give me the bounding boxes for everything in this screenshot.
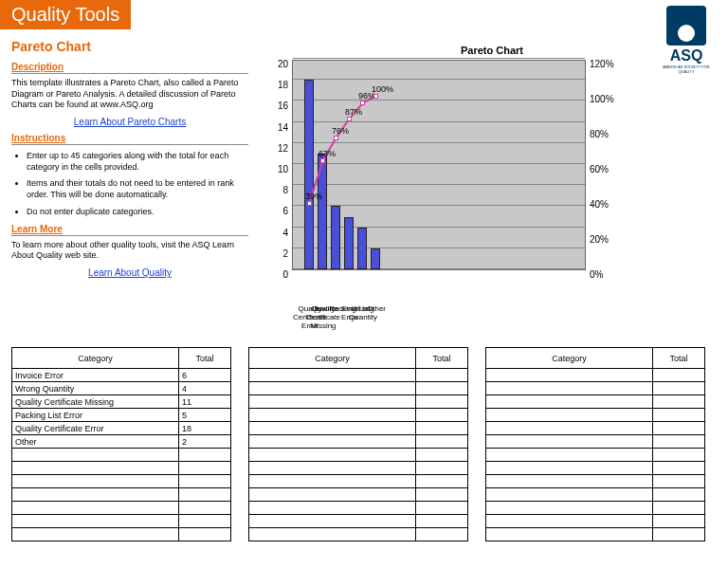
col-total: Total — [653, 348, 705, 369]
x-tick: Other — [353, 305, 400, 314]
banner-title: Quality Tools — [0, 0, 131, 29]
table-row[interactable] — [486, 502, 705, 515]
y-tick: 12 — [267, 144, 288, 165]
bar — [331, 206, 340, 269]
table-row[interactable] — [12, 462, 231, 475]
description-text: This template illustrates a Pareto Chart… — [11, 78, 248, 111]
instructions-list: Enter up to 45 categories along with the… — [11, 151, 248, 217]
y-tick: 14 — [267, 123, 288, 144]
table-row[interactable] — [486, 369, 705, 382]
data-table-2[interactable]: Category Total — [248, 347, 468, 541]
cum-label: 39% — [305, 192, 322, 201]
instruction-item: Items and their totals do not need to be… — [27, 178, 248, 200]
col-total: Total — [416, 348, 468, 369]
learn-more-heading: Learn More — [11, 224, 248, 236]
table-row[interactable] — [486, 462, 705, 475]
table-row[interactable]: Other2 — [12, 435, 231, 449]
table-row[interactable]: Quality Certificate Missing11 — [12, 395, 231, 409]
cum-label: 63% — [318, 149, 336, 158]
cum-label: 76% — [332, 126, 349, 136]
asq-logo: ASQ AMERICAN SOCIETY FOR QUALITY — [660, 6, 713, 74]
table-row[interactable] — [249, 502, 468, 515]
logo-text: ASQ — [660, 47, 713, 64]
y2-tick: 0% — [590, 270, 622, 305]
table-row[interactable] — [486, 528, 705, 541]
logo-subtext: AMERICAN SOCIETY FOR QUALITY — [660, 64, 713, 74]
col-category: Category — [486, 348, 653, 369]
table-row[interactable]: Packing List Error5 — [12, 409, 231, 422]
col-category: Category — [249, 348, 416, 369]
instruction-item: Do not enter duplicate categories. — [27, 207, 248, 218]
learn-pareto-link[interactable]: Learn About Pareto Charts — [11, 117, 248, 127]
table-row[interactable]: Wrong Quantity4 — [12, 382, 231, 395]
data-table-1[interactable]: Category Total Invoice Error6Wrong Quant… — [11, 347, 231, 541]
table-row[interactable] — [249, 515, 468, 528]
bar — [344, 217, 354, 270]
y-tick: 0 — [267, 270, 288, 291]
y2-tick: 100% — [590, 95, 622, 130]
bar — [304, 80, 314, 269]
instructions-heading: Instructions — [11, 133, 248, 145]
table-row[interactable] — [486, 409, 705, 422]
y2-tick: 60% — [590, 165, 622, 200]
table-row[interactable] — [12, 502, 231, 515]
page-title: Pareto Chart — [11, 39, 248, 54]
instruction-item: Enter up to 45 categories along with the… — [27, 151, 248, 173]
y-tick: 8 — [267, 186, 288, 207]
learn-more-text: To learn more about other quality tools,… — [11, 240, 248, 262]
y2-tick: 120% — [590, 60, 622, 95]
y2-tick: 80% — [590, 130, 622, 165]
table-row[interactable] — [249, 528, 468, 541]
table-row[interactable]: Quality Certificate Error18 — [12, 422, 231, 435]
table-row[interactable] — [249, 395, 468, 409]
col-category: Category — [12, 348, 179, 369]
bar — [371, 248, 380, 269]
table-row[interactable] — [486, 475, 705, 488]
logo-icon — [666, 6, 706, 46]
description-heading: Description — [11, 62, 248, 74]
y-tick: 6 — [267, 207, 288, 228]
y-tick: 18 — [267, 81, 288, 101]
table-row[interactable] — [249, 435, 468, 449]
bar — [357, 228, 367, 269]
table-row[interactable] — [486, 515, 705, 528]
table-row[interactable] — [486, 449, 705, 462]
table-row[interactable] — [12, 528, 231, 541]
cum-label: 100% — [372, 84, 393, 94]
table-row[interactable] — [486, 382, 705, 395]
y-tick: 16 — [267, 101, 288, 122]
table-row[interactable] — [249, 409, 468, 422]
table-row[interactable] — [249, 449, 468, 462]
y2-tick: 40% — [590, 200, 622, 235]
table-row[interactable] — [249, 382, 468, 395]
table-row[interactable]: Invoice Error6 — [12, 369, 231, 382]
learn-quality-link[interactable]: Learn About Quality — [11, 267, 248, 278]
table-row[interactable] — [12, 488, 231, 502]
table-row[interactable] — [486, 488, 705, 502]
col-total: Total — [179, 348, 231, 369]
pareto-chart: 20181614121086420 39%63%76%87%96%100% 12… — [267, 60, 717, 305]
chart-title: Pareto Chart — [267, 45, 717, 56]
table-row[interactable] — [486, 422, 705, 435]
table-row[interactable] — [486, 395, 705, 409]
y2-tick: 20% — [590, 235, 622, 270]
y-tick: 20 — [267, 60, 288, 81]
table-row[interactable] — [12, 449, 231, 462]
table-row[interactable] — [486, 435, 705, 449]
table-row[interactable] — [12, 475, 231, 488]
table-row[interactable] — [249, 488, 468, 502]
table-row[interactable] — [249, 475, 468, 488]
table-row[interactable] — [249, 422, 468, 435]
table-row[interactable] — [249, 369, 468, 382]
y-tick: 4 — [267, 229, 288, 249]
table-row[interactable] — [249, 462, 468, 475]
cum-label: 87% — [345, 107, 362, 117]
y-tick: 10 — [267, 165, 288, 186]
table-row[interactable] — [12, 515, 231, 528]
data-table-3[interactable]: Category Total — [485, 347, 705, 541]
y-tick: 2 — [267, 249, 288, 270]
